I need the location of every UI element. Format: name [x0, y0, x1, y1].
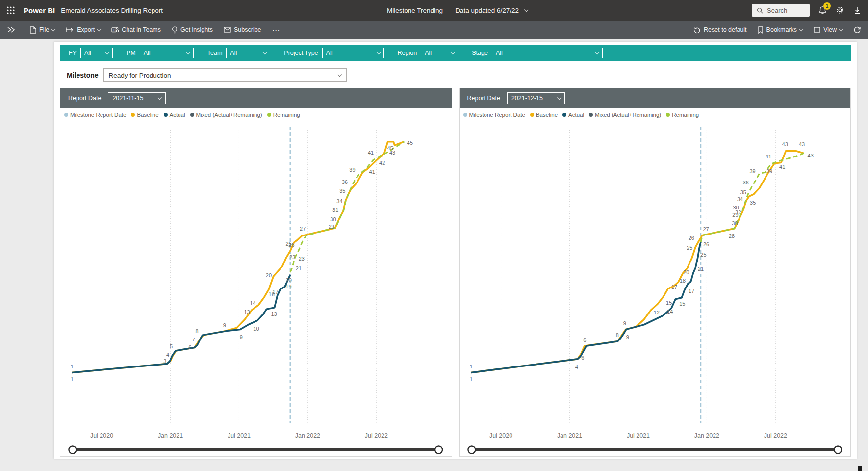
- data-label: 8: [615, 332, 618, 338]
- legend-item[interactable]: Mixed (Actual+Remaining): [589, 112, 661, 118]
- legend-item[interactable]: Milestone Report Date: [64, 112, 126, 118]
- data-label: 3: [163, 358, 166, 364]
- data-label: 29: [329, 224, 334, 230]
- menu-subscribe[interactable]: Subscribe: [224, 26, 261, 33]
- series-actual[interactable]: [471, 242, 700, 372]
- chevron-down-icon: [799, 27, 803, 31]
- waffle-menu-icon[interactable]: [7, 6, 24, 14]
- panel-header: Report Date 2021-11-15: [60, 88, 452, 108]
- data-label: 7: [192, 337, 195, 342]
- chevron-down-icon: [524, 7, 528, 11]
- series-actual[interactable]: [72, 275, 290, 372]
- menu-export[interactable]: Export: [66, 26, 101, 33]
- data-label: 32: [735, 209, 741, 215]
- series-baseline[interactable]: [471, 151, 803, 373]
- legend-label: Milestone Report Date: [469, 112, 525, 118]
- legend-label: Baseline: [137, 112, 158, 118]
- series-baseline[interactable]: [72, 142, 404, 373]
- series-remaining[interactable]: [290, 142, 405, 272]
- filter-fy-dropdown[interactable]: All: [80, 48, 113, 58]
- data-label: 27: [300, 226, 306, 232]
- data-label: 9: [623, 320, 626, 326]
- refresh-button[interactable]: [853, 26, 861, 34]
- legend-item[interactable]: Remaining: [666, 112, 699, 118]
- range-slider-handle-right[interactable]: [435, 446, 442, 454]
- chevron-down-icon: [451, 50, 455, 54]
- legend-dot-icon: [562, 113, 566, 117]
- view-button[interactable]: View: [814, 26, 842, 33]
- milestone-trend-chart[interactable]: Jul 2020Jan 2021Jul 2021Jan 2022Jul 2022…: [60, 118, 452, 456]
- legend-item[interactable]: Actual: [562, 112, 584, 118]
- data-label: 17: [671, 284, 677, 290]
- export-icon: [66, 27, 74, 33]
- data-label: 20: [286, 277, 292, 283]
- collapse-pane-button[interactable]: [7, 26, 16, 33]
- data-label: 6: [583, 337, 586, 343]
- chevron-down-icon: [186, 50, 190, 54]
- top-app-bar: Power BI Emerald Associates Drilling Rep…: [0, 0, 868, 21]
- search-input[interactable]: Search: [752, 4, 810, 17]
- data-label: 43: [799, 141, 805, 147]
- data-label: 9: [626, 334, 629, 340]
- data-label: 41: [779, 164, 785, 170]
- powerbi-brand[interactable]: Power BI: [24, 6, 55, 15]
- series-remaining[interactable]: [701, 153, 804, 242]
- legend-item[interactable]: Actual: [164, 112, 185, 118]
- data-label: 1: [469, 364, 472, 369]
- chevron-down-icon: [839, 27, 843, 31]
- settings-button[interactable]: [836, 6, 844, 15]
- filter-project-type-dropdown[interactable]: All: [322, 48, 384, 58]
- bookmarks-button[interactable]: Bookmarks: [758, 26, 803, 34]
- legend-item[interactable]: Baseline: [131, 112, 158, 118]
- legend-dot-icon: [190, 113, 194, 117]
- menu-get-insights[interactable]: Get insights: [172, 26, 213, 34]
- data-label: 26: [703, 241, 709, 247]
- notifications-button[interactable]: 1: [818, 6, 827, 15]
- range-slider-handle-left[interactable]: [69, 446, 76, 454]
- legend-label: Remaining: [273, 112, 300, 118]
- legend-item[interactable]: Milestone Report Date: [463, 112, 525, 118]
- data-label: 30: [732, 220, 738, 226]
- report-date-dropdown[interactable]: 2021-12-15: [507, 92, 565, 104]
- chevron-down-icon: [158, 95, 162, 99]
- milestone-dropdown[interactable]: Ready for Production: [103, 68, 347, 82]
- data-label: 4: [575, 364, 578, 370]
- filter-pm-dropdown[interactable]: All: [140, 48, 194, 58]
- chevron-down-icon: [376, 50, 380, 54]
- legend-item[interactable]: Remaining: [267, 112, 300, 118]
- milestone-trend-chart[interactable]: Jul 2020Jan 2021Jul 2021Jan 2022Jul 2022…: [460, 118, 851, 456]
- range-slider-handle-left[interactable]: [468, 446, 475, 454]
- reset-to-default-button[interactable]: Reset to default: [693, 26, 747, 34]
- teams-icon: T: [111, 26, 119, 33]
- download-button[interactable]: [853, 6, 861, 15]
- x-axis-tick-label: Jan 2022: [295, 432, 320, 439]
- data-label: 8: [195, 328, 198, 334]
- data-updated-dropdown[interactable]: Data updated 6/27/22: [455, 7, 519, 14]
- x-axis-tick-label: Jul 2022: [764, 432, 787, 439]
- data-label: 23: [289, 254, 295, 260]
- filter-pm: PM All: [127, 48, 194, 58]
- filter-stage-dropdown[interactable]: All: [492, 48, 603, 58]
- data-label: 13: [271, 311, 277, 317]
- data-label: 10: [253, 326, 259, 332]
- menu-more-options[interactable]: ⋯: [272, 26, 281, 35]
- legend-item[interactable]: Baseline: [530, 112, 558, 118]
- svg-text:T: T: [113, 28, 115, 32]
- divider: [23, 25, 23, 35]
- filter-region-dropdown[interactable]: All: [421, 48, 458, 58]
- chart-panel-right: Report Date 2021-12-15 Milestone Report …: [459, 88, 851, 457]
- report-date-dropdown[interactable]: 2021-11-15: [108, 92, 166, 104]
- filter-stage: Stage All: [472, 48, 603, 58]
- data-label: 43: [782, 141, 788, 147]
- chevron-down-icon: [97, 27, 101, 31]
- reset-icon: [693, 26, 701, 34]
- report-title: Emerald Associates Drilling Report: [61, 7, 163, 14]
- milestone-row: Milestone Ready for Production: [60, 61, 851, 88]
- menu-file[interactable]: File: [30, 26, 55, 34]
- data-label: 41: [368, 150, 374, 156]
- legend-item[interactable]: Mixed (Actual+Remaining): [190, 112, 262, 118]
- menu-chat-in-teams[interactable]: T Chat in Teams: [111, 26, 161, 33]
- range-slider-handle-right[interactable]: [834, 446, 842, 454]
- filter-team-dropdown[interactable]: All: [226, 48, 270, 58]
- refresh-icon: [853, 26, 861, 34]
